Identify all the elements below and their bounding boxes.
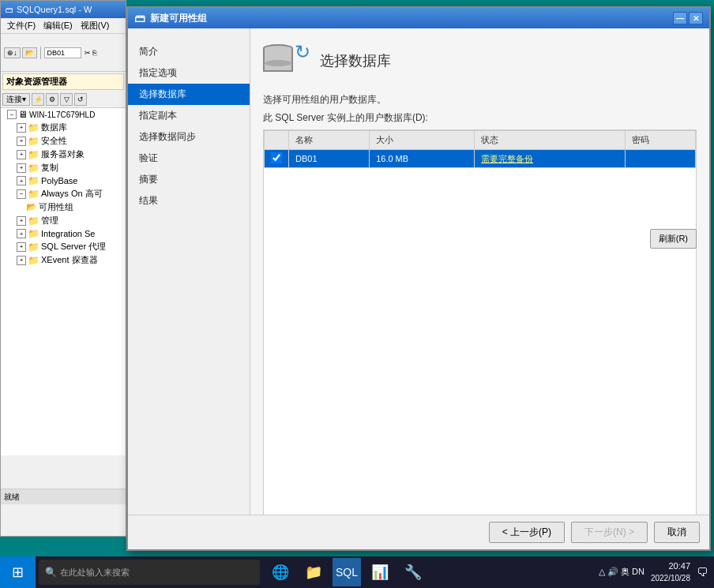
refresh-arrow-icon: ↻ <box>295 41 310 63</box>
table-row[interactable]: DB0116.0 MB需要完整备份 <box>265 150 696 168</box>
nav-item-select_sync[interactable]: 选择数据同步 <box>128 126 250 148</box>
expander-integration[interactable]: + <box>17 229 26 238</box>
nav-items: 简介指定选项选择数据库指定副本选择数据同步验证摘要结果 <box>128 41 250 212</box>
cancel-button[interactable]: 取消 <box>654 522 700 543</box>
obj-toolbar-btn1[interactable]: ⚡ <box>32 93 44 106</box>
dialog-title-bar: 🗃 新建可用性组 — ✕ <box>128 8 709 28</box>
folder-icon-alwayson: 📁 <box>28 189 39 200</box>
taskbar-icon-ssms[interactable]: SQL <box>333 558 361 586</box>
clock-time: 20:47 <box>651 560 690 572</box>
sql-server-label: 此 SQL Server 实例上的用户数据库(D): <box>263 111 697 125</box>
nav-item-summary[interactable]: 摘要 <box>128 169 250 190</box>
expander-security[interactable]: + <box>17 137 26 146</box>
tree-node-management[interactable]: + 📁 管理 <box>1 214 126 227</box>
taskbar-icon-ie[interactable]: 🌐 <box>266 558 295 586</box>
taskbar-icon-app2[interactable]: 🔧 <box>399 558 427 586</box>
db-password-cell <box>625 150 696 168</box>
close-button[interactable]: ✕ <box>689 12 703 24</box>
db-name-cell: DB01 <box>289 150 370 168</box>
database-table: 名称 大小 状态 密码 DB0116.0 MB需要完整备份 <box>264 130 696 168</box>
node-xevent-label: XEvent 探查器 <box>41 254 98 266</box>
refresh-button[interactable]: 刷新(R) <box>650 229 697 249</box>
toolbar-cut[interactable]: ✂ <box>85 49 91 57</box>
obj-toolbar-btn3[interactable]: ▽ <box>60 93 73 106</box>
tree-node-server-objects[interactable]: + 📁 服务器对象 <box>1 148 126 161</box>
expander-replication[interactable]: + <box>17 163 26 173</box>
tree-node-security[interactable]: + 📁 安全性 <box>1 134 126 148</box>
clock-date: 2022/10/28 <box>651 573 690 584</box>
menu-view[interactable]: 视图(V) <box>77 20 113 32</box>
ssms-window: 🗃 SQLQuery1.sql - W 文件(F) 编辑(E) 视图(V) ⊕↓… <box>0 0 126 537</box>
expander-root[interactable]: − <box>7 110 17 119</box>
page-title: 选择数据库 <box>320 51 391 70</box>
node-databases-label: 数据库 <box>41 122 67 133</box>
expander-polybase[interactable]: + <box>17 176 26 185</box>
ssms-title-bar: 🗃 SQLQuery1.sql - W <box>1 1 126 18</box>
folder-icon-sqlagent: 📁 <box>28 242 39 253</box>
tree-node-root[interactable]: − 🖥 WIN-1L7C679HLD <box>1 108 126 121</box>
obj-toolbar-btn2[interactable]: ⚙ <box>46 93 58 106</box>
node-sqlagent-label: SQL Server 代理 <box>41 241 106 253</box>
node-integration-label: Integration Se <box>41 229 96 238</box>
taskbar-search[interactable]: 🔍 在此处输入来搜索 <box>39 560 260 585</box>
col-name: 名称 <box>289 131 370 150</box>
content-header: ↻ 选择数据库 <box>263 41 697 81</box>
dialog-title-icon: 🗃 <box>134 12 145 24</box>
obj-toolbar-btn4[interactable]: ↺ <box>74 93 87 106</box>
notification-icon[interactable]: 🗨 <box>697 566 708 579</box>
tree-node-sqlagent[interactable]: + 📁 SQL Server 代理 <box>1 240 126 253</box>
next-button[interactable]: 下一步(N) > <box>571 522 648 543</box>
status-bar: 就绪 <box>1 489 126 504</box>
nav-item-results[interactable]: 结果 <box>128 190 250 212</box>
nav-item-select_databases[interactable]: 选择数据库 <box>128 84 250 105</box>
windows-logo-icon: ⊞ <box>12 564 24 581</box>
leaf-icon-avail: 📂 <box>26 202 37 212</box>
expander-databases[interactable]: + <box>17 123 26 133</box>
object-tree: − 🖥 WIN-1L7C679HLD + 📁 数据库 + 📁 安全性 + 📁 服… <box>1 108 126 455</box>
nav-item-specify_options[interactable]: 指定选项 <box>128 62 250 84</box>
expander-xevent[interactable]: + <box>17 256 26 265</box>
menu-edit[interactable]: 编辑(E) <box>40 20 76 32</box>
tree-node-alwayson[interactable]: − 📁 Always On 高可 <box>1 187 126 200</box>
tree-node-integration[interactable]: + 📁 Integration Se <box>1 227 126 240</box>
node-management-label: 管理 <box>41 215 58 227</box>
col-status: 状态 <box>475 131 625 150</box>
minimize-button[interactable]: — <box>673 12 687 24</box>
tree-node-replication[interactable]: + 📁 复制 <box>1 161 126 174</box>
toolbar-btn-open[interactable]: 📂 <box>22 47 37 58</box>
expander-server-objects[interactable]: + <box>17 150 26 159</box>
db-size-cell: 16.0 MB <box>370 150 475 168</box>
header-icon-area: ↻ <box>263 41 310 81</box>
db-row-checkbox[interactable] <box>271 152 282 163</box>
db-status-cell[interactable]: 需要完整备份 <box>475 150 625 168</box>
content-panel: ↻ 选择数据库 选择可用性组的用户数据库。 此 SQL Server 实例上的用… <box>250 28 709 549</box>
connect-btn[interactable]: 连接▾ <box>2 93 30 106</box>
obj-explorer-toolbar: 连接▾ ⚡ ⚙ ▽ ↺ <box>1 92 126 108</box>
nav-panel: 简介指定选项选择数据库指定副本选择数据同步验证摘要结果 <box>128 28 250 549</box>
toolbar-btn-new[interactable]: ⊕↓ <box>4 47 21 58</box>
tree-node-databases[interactable]: + 📁 数据库 <box>1 121 126 134</box>
expander-management[interactable]: + <box>17 216 26 226</box>
nav-item-intro[interactable]: 简介 <box>128 41 250 62</box>
database-icon <box>263 44 293 76</box>
taskbar-icon-explorer[interactable]: 📁 <box>299 558 328 586</box>
dialog-footer: < 上一步(P) 下一步(N) > 取消 <box>128 515 709 549</box>
tree-node-polybase[interactable]: + 📁 PolyBase <box>1 174 126 187</box>
tree-node-xevent[interactable]: + 📁 XEvent 探查器 <box>1 253 126 267</box>
expander-sqlagent[interactable]: + <box>17 242 26 252</box>
expander-alwayson[interactable]: − <box>17 189 26 199</box>
tree-node-availability-groups[interactable]: 📂 可用性组 <box>1 200 126 214</box>
taskbar-pinned-icons: 🌐 📁 SQL 📊 🔧 <box>266 558 427 586</box>
folder-icon-server-objects: 📁 <box>28 149 39 160</box>
back-button[interactable]: < 上一步(P) <box>489 522 565 543</box>
menu-file[interactable]: 文件(F) <box>4 20 39 32</box>
tray-icons: △ 🔊 奥 DN <box>599 566 644 578</box>
taskbar-icon-app1[interactable]: 📊 <box>366 558 394 586</box>
toolbar-copy[interactable]: ⎘ <box>92 49 96 57</box>
start-button[interactable]: ⊞ <box>0 556 36 588</box>
nav-item-specify_replicas[interactable]: 指定副本 <box>128 105 250 126</box>
nav-item-verify[interactable]: 验证 <box>128 148 250 169</box>
db-selector[interactable]: DB01 <box>44 47 82 58</box>
search-placeholder: 在此处输入来搜索 <box>60 567 130 579</box>
database-table-body: DB0116.0 MB需要完整备份 <box>265 150 696 168</box>
